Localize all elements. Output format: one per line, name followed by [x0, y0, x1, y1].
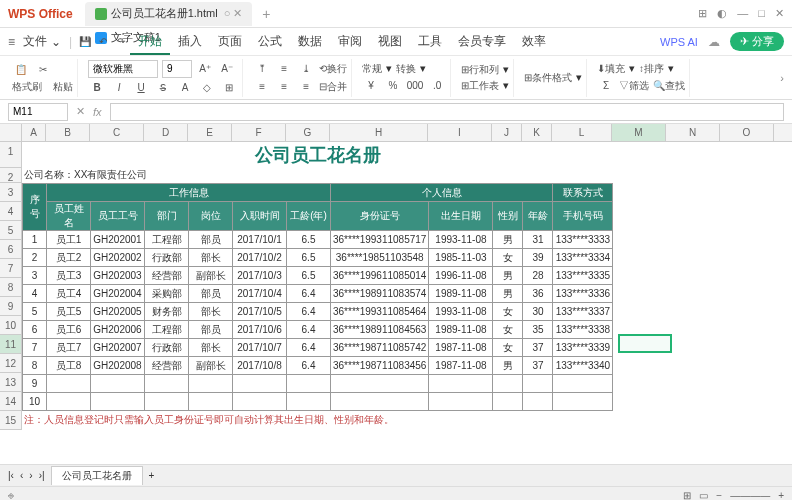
file-menu-chevron[interactable]: ⌄	[51, 35, 61, 49]
share-button[interactable]: ✈ 分享	[730, 32, 784, 51]
row-header[interactable]: 12	[0, 354, 22, 373]
row-header[interactable]: 1	[0, 142, 22, 168]
border-icon[interactable]: ⊞	[220, 80, 238, 96]
format-brush-button[interactable]: 格式刷	[12, 80, 42, 94]
fx-icon[interactable]: fx	[93, 106, 102, 118]
zoom-in-icon[interactable]: +	[778, 490, 784, 500]
row-col-button[interactable]: ⊞行和列	[461, 63, 499, 77]
decimal-inc-icon[interactable]: .0	[428, 78, 446, 94]
table-row[interactable]: 2员工2GH202002行政部部长2017/10/26.536****19851…	[23, 249, 613, 267]
menu-item[interactable]: 效率	[514, 34, 554, 48]
wps-ai-button[interactable]: WPS AI	[660, 36, 698, 48]
italic-icon[interactable]: I	[110, 80, 128, 96]
table-row[interactable]: 3员工3GH202003经营部副部长2017/10/36.536****1996…	[23, 267, 613, 285]
comma-icon[interactable]: 000	[406, 78, 424, 94]
sheet-tab[interactable]: 公司员工花名册	[51, 466, 143, 485]
bold-icon[interactable]: B	[88, 80, 106, 96]
number-format-select[interactable]: 常规	[362, 62, 382, 76]
col-header[interactable]: C	[90, 124, 144, 141]
menu-item[interactable]: 开始	[130, 34, 170, 55]
align-left-icon[interactable]: ≡	[253, 79, 271, 95]
row-header[interactable]: 9	[0, 297, 22, 316]
skin-icon[interactable]: ◐	[717, 7, 727, 20]
find-button[interactable]: 🔍查找	[653, 79, 685, 93]
paste-button[interactable]: 粘贴	[53, 80, 73, 94]
menu-item[interactable]: 会员专享	[450, 34, 514, 48]
col-header[interactable]: L	[552, 124, 612, 141]
next-sheet-icon[interactable]: ›	[29, 470, 32, 481]
row-header[interactable]: 4	[0, 202, 22, 221]
menu-item[interactable]: 审阅	[330, 34, 370, 48]
zoom-slider[interactable]: ————	[730, 490, 770, 500]
prev-sheet-icon[interactable]: ‹	[20, 470, 23, 481]
table-row[interactable]: 7员工7GH202007行政部部长2017/10/76.436****19871…	[23, 339, 613, 357]
formula-bar[interactable]	[110, 103, 784, 121]
col-header[interactable]: K	[522, 124, 552, 141]
menu-item[interactable]: 公式	[250, 34, 290, 48]
table-row[interactable]: 4员工4GH202004采购部部员2017/10/46.436****19891…	[23, 285, 613, 303]
data-table[interactable]: 序号工作信息个人信息联系方式员工姓名员工工号部门岗位入职时间工龄(年)身份证号出…	[22, 183, 613, 411]
menu-item[interactable]: 数据	[290, 34, 330, 48]
filter-button[interactable]: ▽筛选	[619, 79, 649, 93]
cloud-icon[interactable]: ☁	[708, 35, 720, 49]
cond-format-button[interactable]: ⊞条件格式	[524, 71, 572, 85]
align-bottom-icon[interactable]: ⤓	[297, 61, 315, 77]
document-tab[interactable]: 公司员工花名册1.html ○ ✕	[85, 2, 253, 26]
row-header[interactable]: 11	[0, 335, 22, 354]
paste-icon[interactable]: 📋	[12, 62, 30, 78]
underline-icon[interactable]: U	[132, 80, 150, 96]
table-row[interactable]: 5员工5GH202005财务部部长2017/10/56.436****19931…	[23, 303, 613, 321]
align-top-icon[interactable]: ⤒	[253, 61, 271, 77]
align-right-icon[interactable]: ≡	[297, 79, 315, 95]
col-header[interactable]: N	[666, 124, 720, 141]
col-header[interactable]: J	[492, 124, 522, 141]
font-color-icon[interactable]: A	[176, 80, 194, 96]
worksheet-button[interactable]: ⊞工作表	[461, 79, 499, 93]
row-header[interactable]: 10	[0, 316, 22, 335]
row-header[interactable]: 13	[0, 373, 22, 392]
percent-icon[interactable]: %	[384, 78, 402, 94]
row-header[interactable]: 3	[0, 183, 22, 202]
table-row[interactable]: 8员工8GH202008经营部副部长2017/10/86.436****1987…	[23, 357, 613, 375]
row-header[interactable]: 7	[0, 259, 22, 278]
cancel-fx-icon[interactable]: ✕	[76, 105, 85, 118]
sum-icon[interactable]: Σ	[597, 78, 615, 94]
font-select[interactable]	[88, 60, 158, 78]
new-tab-button[interactable]: +	[262, 6, 270, 22]
close-icon[interactable]: ✕	[775, 7, 784, 20]
fill-color-icon[interactable]: ◇	[198, 80, 216, 96]
row-header[interactable]: 6	[0, 240, 22, 259]
col-header[interactable]: O	[720, 124, 774, 141]
ribbon-expand-icon[interactable]: ›	[780, 72, 784, 84]
row-header[interactable]: 15	[0, 411, 22, 430]
spreadsheet-area[interactable]: ABCDEFGHIJKLMNO 123456789101112131415 公司…	[0, 124, 792, 464]
menu-icon[interactable]: ⊞	[698, 7, 707, 20]
col-header[interactable]: A	[22, 124, 46, 141]
menu-item[interactable]: 插入	[170, 34, 210, 48]
view-page-icon[interactable]: ▭	[699, 490, 708, 500]
sort-button[interactable]: ↕排序	[639, 62, 664, 76]
row-header[interactable]: 2	[0, 168, 22, 183]
convert-button[interactable]: 转换	[396, 62, 416, 76]
decrease-font-icon[interactable]: A⁻	[218, 61, 236, 77]
col-header[interactable]: H	[330, 124, 428, 141]
col-header[interactable]: E	[188, 124, 232, 141]
redo-icon[interactable]: ↷	[112, 34, 130, 50]
cut-icon[interactable]: ✂	[34, 62, 52, 78]
row-header[interactable]: 5	[0, 221, 22, 240]
file-menu[interactable]: 文件	[23, 33, 47, 50]
maximize-icon[interactable]: □	[758, 7, 765, 20]
font-size-select[interactable]	[162, 60, 192, 78]
fill-button[interactable]: ⬇填充	[597, 62, 625, 76]
row-header[interactable]: 14	[0, 392, 22, 411]
currency-icon[interactable]: ¥	[362, 78, 380, 94]
hamburger-icon[interactable]: ≡	[8, 35, 15, 49]
menu-item[interactable]: 工具	[410, 34, 450, 48]
minimize-icon[interactable]: —	[737, 7, 748, 20]
table-row[interactable]: 6员工6GH202006工程部部员2017/10/66.436****19891…	[23, 321, 613, 339]
col-header[interactable]: I	[428, 124, 492, 141]
table-row[interactable]: 1员工1GH202001工程部部员2017/10/16.536****19931…	[23, 231, 613, 249]
save-icon[interactable]: 💾	[76, 34, 94, 50]
col-header[interactable]: M	[612, 124, 666, 141]
merge-button[interactable]: ⊟合并	[319, 80, 347, 94]
